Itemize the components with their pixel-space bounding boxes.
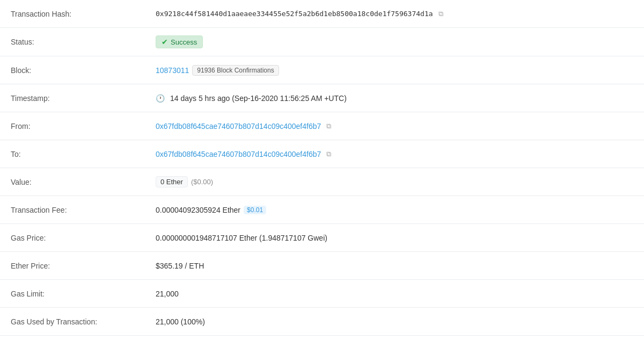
row-status: Status: ✔ Success	[0, 28, 644, 56]
copy-to-icon[interactable]: ⧉	[326, 150, 331, 158]
value-gas-price: 0.000000001948717107 Ether (1.948717107 …	[156, 234, 633, 242]
hash-text: 0x9218c44f581440d1aaeaee334455e52f5a2b6d…	[156, 10, 433, 18]
label-status: Status:	[11, 38, 156, 46]
label-gas-used: Gas Used by Transaction:	[11, 317, 156, 326]
row-transaction-fee: Transaction Fee: 0.00004092305924 Ether …	[0, 196, 644, 224]
timestamp-text: 14 days 5 hrs ago (Sep-16-2020 11:56:25 …	[170, 94, 347, 103]
row-gas-limit: Gas Limit: 21,000	[0, 280, 644, 308]
row-gas-price: Gas Price: 0.000000001948717107 Ether (1…	[0, 224, 644, 252]
label-from: From:	[11, 122, 156, 131]
label-transaction-hash: Transaction Hash:	[11, 10, 156, 18]
gas-used-text: 21,000 (100%)	[156, 317, 205, 326]
row-timestamp: Timestamp: 🕐 14 days 5 hrs ago (Sep-16-2…	[0, 84, 644, 112]
ether-price-text: $365.19 / ETH	[156, 262, 204, 270]
block-number-link[interactable]: 10873011	[156, 66, 189, 75]
row-block: Block: 10873011 91936 Block Confirmation…	[0, 56, 644, 84]
label-to: To:	[11, 150, 156, 158]
row-value: Value: 0 Ether ($0.00)	[0, 168, 644, 196]
status-badge: ✔ Success	[156, 35, 203, 48]
label-gas-limit: Gas Limit:	[11, 290, 156, 298]
value-ether-price: $365.19 / ETH	[156, 262, 633, 270]
value-from: 0x67fdb08f645cae74607b807d14c09c400ef4f6…	[156, 122, 633, 131]
label-gas-price: Gas Price:	[11, 234, 156, 242]
value-transaction-hash: 0x9218c44f581440d1aaeaee334455e52f5a2b6d…	[156, 10, 633, 18]
row-to: To: 0x67fdb08f645cae74607b807d14c09c400e…	[0, 140, 644, 168]
copy-hash-icon[interactable]: ⧉	[438, 10, 443, 18]
clock-icon: 🕐	[156, 94, 165, 103]
gas-limit-text: 21,000	[156, 290, 179, 298]
value-value: 0 Ether ($0.00)	[156, 176, 633, 187]
usd-value: ($0.00)	[191, 178, 213, 186]
value-to: 0x67fdb08f645cae74607b807d14c09c400ef4f6…	[156, 150, 633, 158]
row-nonce: Nonce Position 2486 0 (Also found 7 Othe…	[0, 336, 644, 340]
to-address-link[interactable]: 0x67fdb08f645cae74607b807d14c09c400ef4f6…	[156, 150, 321, 158]
transaction-detail-page: Transaction Hash: 0x9218c44f581440d1aaea…	[0, 0, 644, 340]
row-transaction-hash: Transaction Hash: 0x9218c44f581440d1aaea…	[0, 0, 644, 28]
hash-container: 0x9218c44f581440d1aaeaee334455e52f5a2b6d…	[156, 10, 443, 18]
fee-usd-badge: $0.01	[244, 206, 266, 214]
ether-amount: 0 Ether	[156, 176, 188, 187]
value-timestamp: 🕐 14 days 5 hrs ago (Sep-16-2020 11:56:2…	[156, 94, 633, 103]
copy-from-icon[interactable]: ⧉	[326, 122, 331, 131]
gas-price-text: 0.000000001948717107 Ether (1.948717107 …	[156, 234, 327, 242]
label-timestamp: Timestamp:	[11, 94, 156, 103]
row-ether-price: Ether Price: $365.19 / ETH	[0, 252, 644, 280]
from-address-link[interactable]: 0x67fdb08f645cae74607b807d14c09c400ef4f6…	[156, 122, 321, 131]
value-gas-used: 21,000 (100%)	[156, 317, 633, 326]
row-from: From: 0x67fdb08f645cae74607b807d14c09c40…	[0, 112, 644, 140]
label-ether-price: Ether Price:	[11, 262, 156, 270]
value-gas-limit: 21,000	[156, 290, 633, 298]
status-text: Success	[171, 38, 197, 46]
fee-amount: 0.00004092305924 Ether	[156, 206, 240, 214]
check-icon: ✔	[162, 38, 168, 46]
label-transaction-fee: Transaction Fee:	[11, 206, 156, 214]
row-gas-used: Gas Used by Transaction: 21,000 (100%)	[0, 308, 644, 336]
label-block: Block:	[11, 66, 156, 75]
value-block: 10873011 91936 Block Confirmations	[156, 65, 633, 76]
confirmations-badge: 91936 Block Confirmations	[192, 65, 279, 76]
label-value: Value:	[11, 178, 156, 186]
value-status: ✔ Success	[156, 35, 633, 48]
value-transaction-fee: 0.00004092305924 Ether $0.01	[156, 206, 633, 214]
